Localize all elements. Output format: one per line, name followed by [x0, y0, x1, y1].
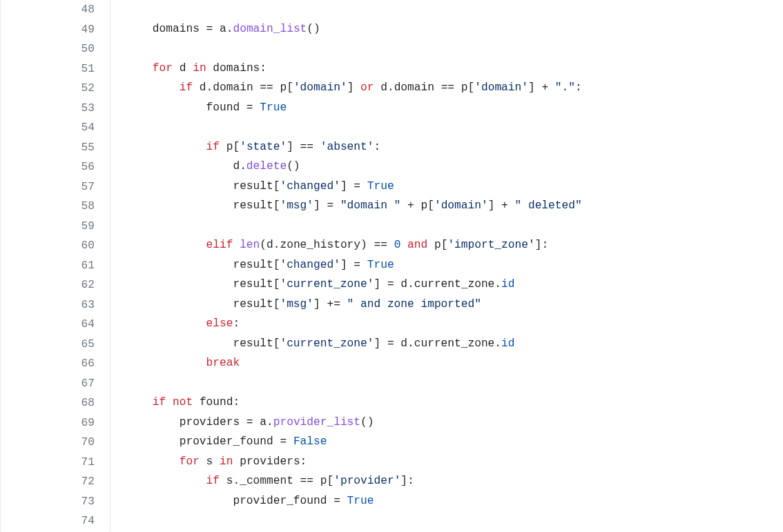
code-line[interactable] — [126, 373, 783, 393]
code-line[interactable] — [126, 0, 783, 19]
code-line[interactable]: d.delete() — [126, 157, 783, 177]
code-token: len — [240, 239, 260, 251]
line-number: 56 — [1, 157, 95, 177]
code-token: d — [394, 337, 407, 350]
code-token — [548, 81, 555, 94]
code-token: : — [374, 141, 380, 153]
code-token — [360, 180, 367, 193]
code-line[interactable]: for d in domains: — [126, 59, 783, 79]
code-token: " and zone imported" — [347, 298, 481, 311]
code-token: 'msg' — [280, 199, 313, 212]
line-number: 62 — [1, 275, 95, 295]
code-line[interactable]: if p['state'] == 'absent': — [126, 137, 783, 157]
code-token: elif — [206, 239, 233, 251]
code-line[interactable] — [126, 511, 783, 531]
code-token: ] — [374, 337, 387, 350]
code-token: ] — [374, 278, 387, 290]
code-token — [126, 396, 153, 408]
line-number: 72 — [1, 472, 95, 492]
code-line[interactable]: if d.domain == p['domain'] or d.domain =… — [126, 78, 783, 98]
code-token: if — [180, 81, 193, 94]
line-number: 61 — [1, 256, 95, 276]
code-token: += — [327, 298, 340, 311]
code-token: in — [193, 62, 206, 75]
line-number: 60 — [1, 236, 95, 256]
code-line[interactable]: found = True — [126, 98, 783, 118]
code-token — [400, 239, 407, 251]
code-line[interactable] — [126, 216, 783, 236]
code-line[interactable]: result['current_zone'] = d.current_zone.… — [126, 334, 783, 354]
code-line[interactable]: result['changed'] = True — [126, 177, 783, 197]
code-line[interactable]: break — [126, 353, 783, 373]
code-token: . — [273, 239, 280, 251]
code-token: 'current_zone' — [280, 278, 374, 290]
code-token: 0 — [394, 239, 401, 251]
code-line[interactable]: provider_found = False — [126, 432, 783, 452]
code-line[interactable]: if not found: — [126, 393, 783, 413]
code-token: p[ — [414, 199, 434, 212]
code-line[interactable]: result['changed'] = True — [126, 255, 783, 275]
code-token: if — [153, 396, 166, 408]
line-number: 67 — [1, 374, 95, 394]
code-token — [287, 435, 293, 448]
code-token: 'import_zone' — [447, 239, 534, 251]
code-token: result[ — [126, 180, 280, 193]
code-token — [340, 298, 347, 311]
line-number: 59 — [1, 217, 95, 237]
code-token: = — [206, 23, 213, 35]
code-token: providers: — [233, 455, 307, 468]
code-token — [126, 239, 206, 251]
code-line[interactable]: elif len(d.zone_history) == 0 and p['imp… — [126, 235, 783, 255]
code-token: == — [374, 239, 387, 251]
code-line[interactable]: provider_found = True — [126, 491, 783, 511]
line-number: 57 — [1, 177, 95, 197]
code-token: id — [501, 337, 514, 350]
code-token: for — [153, 62, 173, 75]
code-token — [400, 199, 407, 212]
code-token: 'changed' — [280, 259, 340, 271]
code-token: == — [260, 81, 273, 94]
code-viewer: 4849505152535455565758596061626364656667… — [0, 0, 783, 532]
code-line[interactable] — [126, 39, 783, 59]
code-token: found — [126, 101, 246, 114]
code-token: . — [407, 337, 414, 350]
code-token: ] — [287, 141, 300, 153]
line-number: 48 — [1, 0, 95, 20]
code-token: p[ — [313, 475, 334, 487]
code-token: " deleted" — [515, 199, 582, 212]
code-token: d — [193, 81, 206, 94]
code-token: ] — [347, 81, 360, 94]
code-token: ]: — [400, 475, 414, 487]
line-number: 49 — [1, 20, 95, 40]
line-number: 65 — [1, 335, 95, 355]
code-token: d — [173, 62, 193, 75]
code-token: current_zone — [414, 337, 495, 350]
line-number: 63 — [1, 295, 95, 315]
code-line[interactable]: result['current_zone'] = d.current_zone.… — [126, 275, 783, 295]
code-token: 'domain' — [293, 81, 347, 94]
code-token: result[ — [126, 259, 280, 271]
code-token: current_zone — [414, 278, 495, 290]
code-token: "." — [555, 81, 575, 94]
code-line[interactable]: if s._comment == p['provider']: — [126, 471, 783, 491]
code-line[interactable] — [126, 117, 783, 137]
code-token: p[ — [273, 81, 293, 94]
code-content[interactable]: domains = a.domain_list() for d in domai… — [110, 0, 783, 531]
code-token: . — [267, 416, 273, 428]
code-token: domains — [126, 23, 206, 35]
code-token: s — [220, 475, 233, 487]
code-line[interactable]: for s in providers: — [126, 452, 783, 472]
code-token: + — [501, 199, 508, 212]
code-line[interactable]: domains = a.domain_list() — [126, 19, 783, 39]
code-token — [340, 495, 347, 507]
code-line[interactable]: else: — [126, 314, 783, 334]
code-token: domain — [394, 81, 441, 94]
code-line[interactable]: result['msg'] = "domain " + p['domain'] … — [126, 196, 783, 216]
code-token: s — [200, 455, 220, 468]
code-token: provider_list — [273, 416, 360, 428]
code-token: ] — [313, 199, 327, 212]
code-line[interactable]: providers = a.provider_list() — [126, 413, 783, 433]
code-line[interactable]: result['msg'] += " and zone imported" — [126, 295, 783, 315]
line-number: 51 — [1, 59, 95, 79]
code-token: 'provider' — [334, 475, 400, 487]
